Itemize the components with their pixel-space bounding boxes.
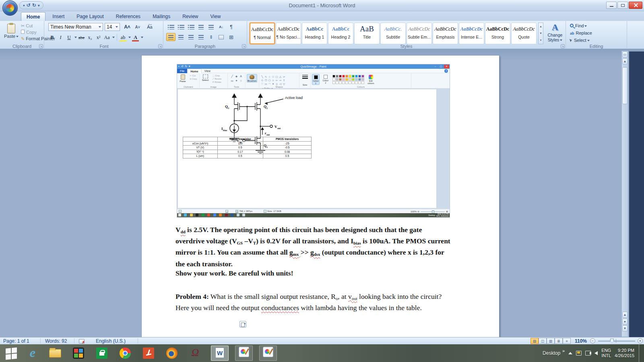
language-indicator[interactable]: English (U.S.) [96,338,126,344]
colour-swatch[interactable] [342,81,345,84]
colour-swatch[interactable] [349,81,351,84]
style-heading-2[interactable]: AaBbCcHeading 2 [328,23,353,44]
style-quote[interactable]: AaBbCcDcQuote [511,23,537,44]
strikethrough-button[interactable]: abe [78,33,85,41]
font-size-combo[interactable]: 14 [105,23,120,31]
colour-swatch[interactable] [361,75,364,78]
office-button[interactable] [2,0,18,16]
multilevel-list-button[interactable] [186,23,196,31]
show-paragraph-marks-button[interactable] [227,23,236,31]
colour-swatch[interactable] [361,78,364,81]
replace-button[interactable]: Replace [570,31,592,37]
colour-swatch[interactable] [358,75,361,78]
zoom-level[interactable]: 110% [575,338,587,344]
underline-dropdown-icon[interactable] [74,37,77,38]
minimize-button[interactable] [606,2,617,9]
taskbar-clock[interactable]: 9:20 PM4/26/2015 [615,348,634,358]
sort-button[interactable] [217,23,226,31]
volume-icon[interactable] [594,351,598,355]
tab-page-layout[interactable]: Page Layout [71,12,109,21]
styles-gallery-scroll[interactable]: ▲▼▾ [538,23,543,44]
colour-swatch[interactable] [342,75,345,78]
font-dialog-launcher[interactable] [158,44,162,48]
vertical-scrollbar[interactable]: ▭ ▲ ▲ ● ▼ [621,51,628,337]
language-tray-indicator[interactable]: ENGINTL [601,348,611,358]
colour-swatch[interactable] [345,75,348,78]
colour-swatch[interactable] [349,75,351,78]
line-spacing-button[interactable] [206,33,216,41]
maximize-button[interactable] [617,2,628,9]
colour-swatch[interactable] [358,81,361,84]
colour-swatch[interactable] [342,78,345,81]
underline-button[interactable]: U [65,33,73,41]
font-color-dropdown-icon[interactable] [141,37,143,38]
page-indicator[interactable]: Page: 1 of 1 [3,338,29,344]
taskbar-paint-2[interactable] [259,346,277,361]
draft-view-button[interactable] [563,338,571,344]
taskbar-internet-explorer-icon[interactable] [27,347,39,359]
grow-font-button[interactable] [122,23,132,31]
scrollbar-thumb[interactable] [622,67,627,104]
zoom-slider-track[interactable] [598,341,635,341]
decrease-indent-button[interactable] [196,23,206,31]
style-heading-1[interactable]: AaBbCcHeading 1 [302,23,327,44]
colour-swatch[interactable] [332,81,335,84]
tab-insert[interactable]: Insert [47,12,70,21]
show-desktop-button[interactable] [639,344,641,362]
taskbar-firefox-icon[interactable] [166,347,178,359]
colour-swatch[interactable] [358,78,361,81]
close-button[interactable] [629,2,642,9]
style-title[interactable]: AaBTitle [354,23,380,44]
font-family-combo[interactable]: Times New Roman [48,23,103,31]
colour-swatch[interactable] [345,81,348,84]
print-layout-view-button[interactable] [530,338,539,344]
format-painter-button[interactable]: Format Painter [21,36,44,42]
word-count[interactable]: Words: 92 [45,338,67,344]
colour-swatch[interactable] [349,78,351,81]
align-center-button[interactable] [176,33,186,41]
outline-view-button[interactable] [555,338,563,344]
colour-swatch[interactable] [332,75,335,78]
colour-swatch[interactable] [336,75,339,78]
style-normal[interactable]: AaBbCcDc¶ Normal [250,23,275,44]
colour-swatch[interactable] [336,78,339,81]
fullscreen-reading-view-button[interactable] [539,338,547,344]
style-no-spacing[interactable]: AaBbCcDc¶ No Spaci... [276,23,301,44]
taskbar-paint-1[interactable] [235,346,253,361]
taskbar-chrome-icon[interactable] [119,347,131,359]
tab-review[interactable]: Review [177,12,203,21]
shading-button[interactable] [217,33,226,41]
browse-object-button[interactable]: ● [622,319,627,325]
align-right-button[interactable] [186,33,196,41]
desktop-toolbar-label[interactable]: Desktop [543,350,560,356]
colour-swatch[interactable] [345,78,348,81]
style-subtle-emphasis[interactable]: AaBbCcDcSubtle Em... [407,23,432,44]
styles-dialog-launcher[interactable] [561,44,565,48]
paragraph-dialog-launcher[interactable] [242,44,246,48]
change-styles-button[interactable]: Change Styles [546,22,564,45]
previous-page-button[interactable]: ▲ [622,312,627,318]
colour-swatch[interactable] [336,81,339,84]
colour-swatch[interactable] [339,81,342,84]
proofing-status[interactable] [79,338,87,344]
zoom-out-button[interactable]: − [590,338,595,343]
cut-button[interactable]: Cut [21,23,44,29]
clipboard-dialog-launcher[interactable] [39,44,43,48]
taskbar-red-app-icon[interactable] [142,347,155,359]
justify-button[interactable] [196,33,206,41]
colour-swatch[interactable] [339,75,342,78]
change-case-button[interactable]: Aa [103,33,111,41]
desktop-toolbar-chevron[interactable]: » [562,348,565,353]
taskbar-file-explorer-icon[interactable] [49,347,61,359]
subscript-button[interactable]: x₂ [86,33,94,41]
web-layout-view-button[interactable] [547,338,555,344]
next-page-button[interactable]: ▼ [622,325,627,331]
colour-swatch[interactable] [355,75,358,78]
bullets-button[interactable] [166,23,175,31]
tab-references[interactable]: References [111,12,146,21]
taskbar-origin-app-icon[interactable] [189,347,201,359]
paste-button[interactable]: Paste [2,23,20,42]
document-page[interactable]: Quiz5Image - Paint – ▢ ✕ File Home View … [142,56,499,337]
style-emphasis[interactable]: AaBbCcDcEmphasis [433,23,458,44]
colour-swatch[interactable] [352,75,355,78]
